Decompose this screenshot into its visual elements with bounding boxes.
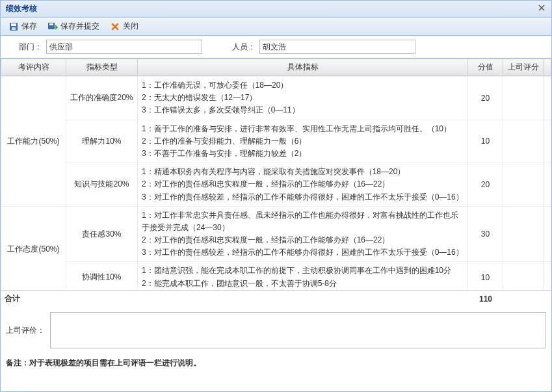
save-submit-icon [47,21,58,32]
form-row: 部门： 人员： [1,36,551,58]
col-boss-score[interactable]: 上司评分 [503,59,544,76]
cell-detail: 1：工作准确无误，可放心委任（18—20） 2：无太大的错误发生（12—17） … [138,77,468,120]
save-label: 保存 [21,21,37,32]
col-extra[interactable] [544,59,551,76]
toolbar: 保存 保存并提交 关闭 [1,18,551,36]
cell-score: 10 [468,120,503,163]
save-button[interactable]: 保存 [5,20,41,33]
cell-type: 理解力10% [66,120,138,163]
cell-score: 20 [468,77,503,120]
cell-boss[interactable] [503,262,544,290]
dept-input[interactable] [46,40,202,54]
save-submit-button[interactable]: 保存并提交 [44,20,103,33]
col-content[interactable]: 考评内容 [1,59,66,76]
grid: 考评内容 指标类型 具体指标 分值 上司评分 工作能力(50%) 工作的准确度2… [1,58,551,307]
table-row[interactable]: 知识与技能20% 1：精通本职务内有关程序与内容，能采取有关措施应对突发事件（1… [1,163,551,207]
comment-label: 上司评价： [6,312,45,336]
totals-label: 合计 [1,291,66,307]
cell-boss[interactable] [503,120,544,163]
x-icon [110,21,120,32]
svg-rect-1 [11,23,16,26]
table-row[interactable]: 工作态度(50%) 责任感30% 1：对工作非常忠实并具责任感、虽未经指示的工作… [1,206,551,262]
cell-cat: 工作态度(50%) [1,206,66,290]
save-icon [8,21,19,32]
cell-detail: 1：精通本职务内有关程序与内容，能采取有关措施应对突发事件（18—20） 2：对… [138,163,468,207]
cell-boss[interactable] [503,163,544,207]
cell-extra [544,163,551,207]
close-label: 关闭 [123,21,138,32]
window-title: 绩效考核 [6,3,537,14]
save-submit-label: 保存并提交 [60,21,99,32]
cell-extra [544,77,551,120]
cell-score: 30 [468,206,503,262]
totals-row: 合计 110 [1,290,551,307]
cell-boss[interactable] [503,206,544,262]
totals-value: 110 [468,291,503,307]
col-type[interactable]: 指标类型 [66,59,138,76]
table-row[interactable]: 理解力10% 1：善于工作的准备与安排，进行非常有效率、实用性工作无需上司指示均… [1,120,551,163]
titlebar: 绩效考核 [1,1,551,18]
dept-label: 部门： [6,42,42,53]
cell-detail: 1：团结意识强，能在完成本职工作的前提下，主动积极协调同事在工作中遇到的困难10… [138,262,468,290]
cell-boss[interactable] [503,77,544,120]
svg-rect-4 [49,23,53,25]
person-input[interactable] [259,40,415,54]
cell-extra [544,120,551,163]
col-detail[interactable]: 具体指标 [138,59,468,76]
cell-extra [544,262,551,290]
cell-type: 知识与技能20% [66,163,138,207]
table-row[interactable]: 协调性10% 1：团结意识强，能在完成本职工作的前提下，主动积极协调同事在工作中… [1,262,551,290]
cell-score: 10 [468,262,503,290]
cell-detail: 1：善于工作的准备与安排，进行非常有效率、实用性工作无需上司指示均可胜任。（10… [138,120,468,163]
cell-type: 工作的准确度20% [66,77,138,120]
footer-note: 备注：对于表现极差的项目需在上司评语一栏进行说明。 [1,354,551,372]
cell-score: 20 [468,163,503,207]
cell-type: 协调性10% [66,262,138,290]
cell-cat: 工作能力(50%) [1,77,66,207]
svg-rect-2 [12,27,16,30]
close-icon[interactable] [537,3,546,14]
table-row[interactable]: 工作能力(50%) 工作的准确度20% 1：工作准确无误，可放心委任（18—20… [1,77,551,120]
close-button[interactable]: 关闭 [106,20,142,33]
comment-box: 上司评价： [1,307,551,354]
cell-detail: 1：对工作非常忠实并具责任感、虽未经指示的工作也能办得很好，对富有挑战性的工作也… [138,206,468,262]
col-score[interactable]: 分值 [468,59,503,76]
person-label: 人员： [219,42,256,53]
cell-extra [544,206,551,262]
comment-textarea[interactable] [50,312,546,348]
cell-type: 责任感30% [66,206,138,262]
